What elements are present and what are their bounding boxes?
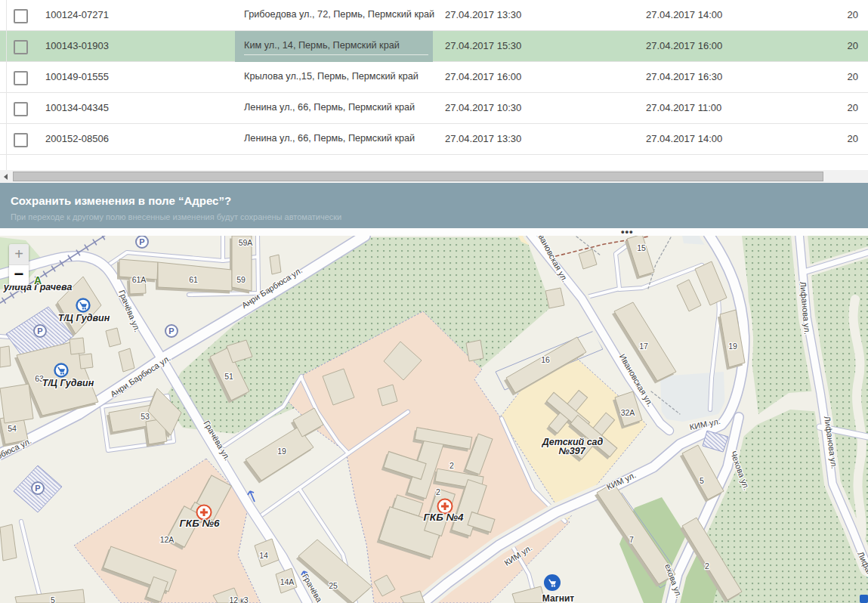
svg-text:12 к3: 12 к3: [229, 595, 248, 603]
svg-text:ГКБ №6: ГКБ №6: [180, 518, 220, 529]
svg-text:P: P: [139, 237, 144, 246]
svg-text:12А: 12А: [160, 535, 175, 544]
svg-text:59А: 59А: [239, 238, 253, 247]
svg-text:Т/Ц Гудвин: Т/Ц Гудвин: [58, 313, 110, 323]
svg-text:P: P: [168, 326, 174, 336]
svg-text:17: 17: [639, 342, 648, 351]
svg-text:А: А: [34, 274, 42, 286]
svg-text:P: P: [37, 326, 42, 336]
svg-text:25: 25: [329, 581, 338, 590]
svg-text:Т/Ц Гудвин: Т/Ц Гудвин: [42, 378, 94, 388]
svg-text:5: 5: [51, 595, 55, 603]
svg-text:61: 61: [189, 275, 198, 284]
svg-text:61А: 61А: [132, 275, 147, 284]
svg-text:Магнит: Магнит: [542, 593, 574, 603]
svg-text:19: 19: [728, 342, 737, 351]
svg-text:7: 7: [629, 535, 634, 544]
svg-text:№397: №397: [558, 446, 585, 456]
svg-text:54: 54: [8, 424, 17, 433]
svg-text:59: 59: [236, 275, 246, 284]
svg-text:2: 2: [436, 487, 440, 496]
svg-text:14А: 14А: [280, 577, 295, 586]
svg-text:16: 16: [541, 355, 550, 364]
svg-text:ГКБ №4: ГКБ №4: [424, 512, 464, 523]
svg-text:14: 14: [259, 551, 268, 560]
svg-text:15: 15: [637, 243, 646, 252]
svg-text:2: 2: [705, 561, 709, 571]
svg-text:32А: 32А: [621, 408, 635, 417]
svg-text:2: 2: [449, 461, 454, 470]
svg-text:P: P: [35, 484, 40, 493]
svg-text:5: 5: [700, 476, 704, 485]
svg-text:51: 51: [224, 372, 233, 381]
svg-text:53: 53: [141, 412, 150, 421]
svg-text:19: 19: [277, 447, 286, 456]
